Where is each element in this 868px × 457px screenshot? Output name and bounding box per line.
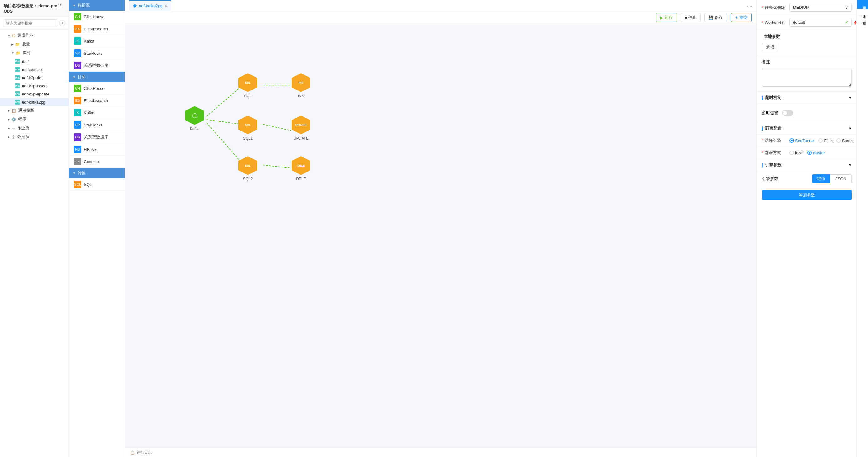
node-sql[interactable]: SQL SQL [238,72,258,98]
submit-button[interactable]: ✈ 提交 [731,13,752,22]
add-param-button[interactable]: 添加参数 [762,190,852,200]
sidebar-item-programs[interactable]: ▶ ⚙️ 程序 [0,115,68,124]
comp-item-relational-tgt[interactable]: DB 关系型数据库 [69,131,125,143]
engine-option-flink[interactable]: Flink [818,139,832,143]
worker-group-value: default [793,20,805,25]
kv-button[interactable]: 键值 [812,174,830,183]
engine-params-section-header[interactable]: | 引擎参数 ∨ [757,159,857,171]
comp-item-starrocks-src[interactable]: SR StarRocks [69,47,125,59]
comp-item-relational-src[interactable]: DB 关系型数据库 [69,59,125,72]
expand-arrow: ▶ [7,109,10,112]
node-sql1[interactable]: SQL SQL1 [238,115,258,141]
sidebar-item-general-templates[interactable]: ▶ 📋 通用模板 [0,106,68,115]
sidebar-item-rts-console[interactable]: Rts rts-console [0,65,68,73]
new-param-button[interactable]: 新增 [762,42,778,51]
target-section-label: 目标 [78,74,86,80]
comp-item-console-tgt[interactable]: COS Console [69,156,125,168]
comp-item-hbase-tgt[interactable]: HB HBase [69,143,125,156]
node-sql1-label: SQL1 [243,136,253,141]
run-button[interactable]: ▶ 运行 [656,13,677,22]
comp-item-kafka-tgt[interactable]: K Kafka [69,107,125,119]
hbase-tgt-icon: HB [74,146,81,153]
expand-arrow: ▼ [11,51,14,55]
tab-icon: 🔷 [133,4,137,8]
flink-radio[interactable] [818,139,823,143]
comp-item-label: Elasticsearch [84,27,108,31]
worker-group-select[interactable]: default ✓ [789,18,852,27]
deploy-section-header[interactable]: | 部署配置 ∨ [757,122,857,134]
comp-item-sql-transform[interactable]: SQL SQL [69,178,125,191]
sidebar-item-udf-k2p-del[interactable]: Rts udf-k2p-del [0,73,68,82]
strip-version[interactable]: 版本 [857,9,868,16]
cluster-label: cluster [813,151,825,155]
stop-button[interactable]: ■ 停止 [681,13,701,22]
clickhouse-tgt-icon: CH [74,85,81,92]
log-bar[interactable]: 📋 运行日志 [125,448,756,457]
tab-expand-button[interactable]: ⌄⌄ [746,3,753,8]
sidebar-item-workflows[interactable]: ▶ ↔ 作业流 [0,124,68,132]
rts-icon: Rts [15,75,20,80]
json-button[interactable]: JSON [830,174,852,183]
remarks-textarea[interactable] [762,68,852,87]
sidebar-item-udf-k2p-update[interactable]: Rts udf-k2p-update [0,90,68,98]
task-priority-select[interactable]: MEDIUM ∨ [789,3,852,11]
comp-item-elasticsearch-src[interactable]: ES Elasticsearch [69,23,125,35]
node-update[interactable]: UPDATE UPDATE [291,115,311,141]
save-button[interactable]: 💾 保存 [704,13,727,22]
canvas-area: ⬡ Kafka SQL SQL INS [125,24,756,448]
add-item-button[interactable]: ＋ [59,20,65,26]
sidebar-item-rts1[interactable]: Rts rts-1 [0,57,68,65]
collapse-arrow: ▼ [72,172,76,175]
comp-item-elasticsearch-tgt[interactable]: ES Elasticsearch [69,94,125,107]
sidebar-item-label: rts-console [22,67,42,72]
comp-item-clickhouse-tgt[interactable]: CH ClickHouse [69,82,125,94]
task-priority-row: * 任务优先级 MEDIUM ∨ [757,0,857,15]
cluster-radio[interactable] [807,151,812,155]
deploy-option-cluster[interactable]: cluster [807,151,825,155]
node-dele[interactable]: DELE DELE [291,156,311,181]
required-mark: * [762,150,764,155]
tab-udf-kafka2pg[interactable]: 🔷 udf-kafka2pg ✕ [129,0,171,11]
local-radio[interactable] [789,151,794,155]
sidebar-item-udf-k2p-insert[interactable]: Rts udf-k2p-insert [0,82,68,90]
sidebar-item-batch[interactable]: ▶ 📁 批量 [0,40,68,49]
strip-draft[interactable]: 草稿 [857,16,868,22]
sidebar-item-integration-jobs[interactable]: ▼ ⬡ 集成作业 [0,31,68,40]
node-kafka[interactable]: ⬡ Kafka [185,105,205,131]
engine-radio-group: SeaTunnel Flink Spark [789,139,852,143]
comp-item-clickhouse-src[interactable]: CH ClickHouse [69,11,125,23]
engine-option-seatunnel[interactable]: SeaTunnel [789,139,814,143]
svg-line-5 [263,165,291,168]
search-input[interactable] [3,20,57,27]
tab-close-button[interactable]: ✕ [164,4,167,8]
target-section-header[interactable]: ▼ 目标 [69,72,125,82]
transform-section-header[interactable]: ▼ 转换 [69,168,125,178]
sidebar-item-udf-kafka2pg[interactable]: Rts udf-kafka2pg [0,98,68,106]
timeout-alert-toggle[interactable] [782,110,793,116]
sidebar-item-label: 作业流 [17,125,29,131]
spark-radio[interactable] [836,139,841,143]
elasticsearch-src-icon: ES [74,25,81,33]
strip-apply-config[interactable]: 适用配置 [857,0,868,9]
local-params-title: 本地参数 [762,34,852,39]
datasource-section-header[interactable]: ▼ 数据源 [69,0,125,11]
seatunnel-radio[interactable] [789,139,794,143]
node-ins[interactable]: INS INS [291,72,311,98]
sidebar-item-datasources[interactable]: ▶ 🗄 数据源 [0,132,68,141]
deploy-option-local[interactable]: local [789,151,804,155]
comp-item-starrocks-tgt[interactable]: SR StarRocks [69,119,125,131]
timeout-section-header[interactable]: | 超时机制 ∨ [757,92,857,104]
remarks-section: 备注 [757,55,857,92]
collapse-arrow: ▼ [72,75,76,79]
timeout-alert-label: 超时告警 [762,110,778,116]
node-sql2[interactable]: SQL SQL2 [238,156,258,181]
local-params-section: 本地参数 新增 [757,30,857,55]
check-icon: ✓ [845,20,848,25]
svg-line-2 [207,123,241,162]
comp-item-kafka-src[interactable]: K Kafka [69,35,125,47]
engine-option-spark[interactable]: Spark [836,139,852,143]
required-mark: * [762,5,764,10]
starrocks-tgt-icon: SR [74,121,81,129]
stop-icon: ■ [685,16,687,20]
sidebar-item-realtime[interactable]: ▼ 📁 实时 [0,49,68,57]
